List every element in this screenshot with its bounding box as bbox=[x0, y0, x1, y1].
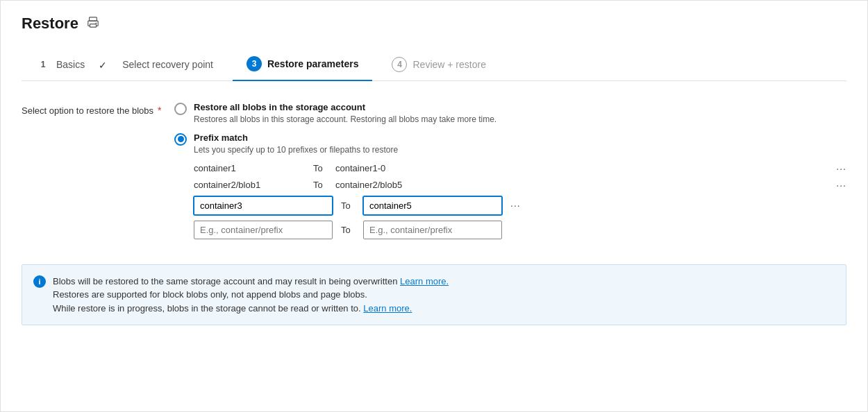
main-content: Select option to restore the blobs * Res… bbox=[22, 102, 846, 245]
radio-button-all-blobs[interactable] bbox=[174, 103, 187, 115]
info-text-bold: Blobs will be restored to the same stora… bbox=[53, 276, 397, 286]
prefix-row-2: container2/blob1 To container2/blob5 ··· bbox=[194, 180, 846, 191]
page-container: Restore 1 Basics ✓ Select recovery point… bbox=[0, 0, 868, 412]
step-circle-review: 4 bbox=[392, 57, 407, 72]
print-icon[interactable] bbox=[87, 16, 99, 31]
step-label-review: Review + restore bbox=[412, 59, 485, 70]
radio-title-prefix: Prefix match bbox=[194, 132, 398, 143]
prefix-row-1: container1 To container1-0 ··· bbox=[194, 163, 846, 174]
prefix-row-4: To bbox=[194, 221, 846, 239]
prefix-dots-2[interactable]: ··· bbox=[836, 180, 846, 191]
prefix-row-3: To ··· bbox=[194, 196, 846, 215]
prefix-dest-input-4[interactable] bbox=[363, 221, 502, 239]
step-separator-1: ✓ bbox=[99, 60, 107, 71]
form-field-label: Select option to restore the blobs bbox=[22, 105, 153, 116]
prefix-source-2: container2/blob1 bbox=[194, 180, 305, 190]
prefix-to-3: To bbox=[341, 200, 355, 211]
info-text-line3: While restore is in progress, blobs in t… bbox=[53, 303, 361, 314]
step-label-recovery: Select recovery point bbox=[122, 59, 213, 70]
form-label-column: Select option to restore the blobs * bbox=[22, 102, 174, 245]
svg-rect-0 bbox=[90, 17, 97, 21]
step-label-basics: Basics bbox=[56, 59, 85, 70]
wizard-step-basics[interactable]: 1 Basics bbox=[22, 50, 99, 80]
prefix-to-2: To bbox=[313, 180, 327, 190]
radio-desc-prefix: Lets you specify up to 10 prefixes or fi… bbox=[194, 144, 398, 156]
radio-option-all-blobs[interactable]: Restore all blobs in the storage account… bbox=[174, 102, 846, 126]
info-text: Blobs will be restored to the same stora… bbox=[53, 275, 449, 316]
radio-text-prefix: Prefix match Lets you specify up to 10 p… bbox=[194, 132, 398, 156]
radio-desc-all-blobs: Restores all blobs in this storage accou… bbox=[194, 114, 496, 126]
wizard-step-parameters[interactable]: 3 Restore parameters bbox=[233, 49, 373, 81]
info-icon: i bbox=[33, 275, 46, 288]
info-link-2[interactable]: Learn more. bbox=[363, 303, 412, 314]
prefix-source-input-3[interactable] bbox=[194, 196, 333, 215]
required-star: * bbox=[158, 105, 161, 116]
page-title: Restore bbox=[22, 15, 78, 33]
prefix-to-4: To bbox=[341, 225, 355, 235]
info-banner: i Blobs will be restored to the same sto… bbox=[22, 264, 846, 326]
prefix-source-1: container1 bbox=[194, 163, 305, 173]
prefix-dest-1: container1-0 bbox=[335, 163, 828, 173]
page-header: Restore bbox=[22, 15, 846, 33]
radio-title-all-blobs: Restore all blobs in the storage account bbox=[194, 102, 496, 112]
svg-rect-2 bbox=[90, 24, 96, 28]
prefix-table: container1 To container1-0 ··· container… bbox=[194, 163, 846, 239]
step-circle-basics: 1 bbox=[35, 57, 51, 72]
info-text-line2: Restores are supported for block blobs o… bbox=[53, 288, 449, 302]
prefix-dots-1[interactable]: ··· bbox=[836, 163, 846, 174]
wizard-steps: 1 Basics ✓ Select recovery point 3 Resto… bbox=[22, 49, 846, 81]
wizard-step-recovery[interactable]: Select recovery point bbox=[108, 52, 227, 78]
step-label-parameters: Restore parameters bbox=[267, 58, 359, 69]
svg-point-3 bbox=[96, 22, 97, 24]
radio-button-prefix[interactable] bbox=[174, 133, 187, 146]
prefix-dest-input-3[interactable] bbox=[363, 196, 502, 215]
prefix-source-input-4[interactable] bbox=[194, 221, 333, 239]
radio-text-all-blobs: Restore all blobs in the storage account… bbox=[194, 102, 496, 126]
radio-option-prefix[interactable]: Prefix match Lets you specify up to 10 p… bbox=[174, 132, 846, 156]
info-link-1[interactable]: Learn more. bbox=[400, 276, 449, 286]
form-options-column: Restore all blobs in the storage account… bbox=[174, 102, 846, 245]
step-circle-parameters: 3 bbox=[247, 56, 262, 71]
prefix-to-1: To bbox=[313, 163, 327, 173]
prefix-dest-2: container2/blob5 bbox=[335, 180, 828, 190]
prefix-dots-3[interactable]: ··· bbox=[510, 200, 521, 211]
wizard-step-review[interactable]: 4 Review + restore bbox=[378, 50, 499, 80]
radio-inner-prefix bbox=[178, 136, 184, 142]
